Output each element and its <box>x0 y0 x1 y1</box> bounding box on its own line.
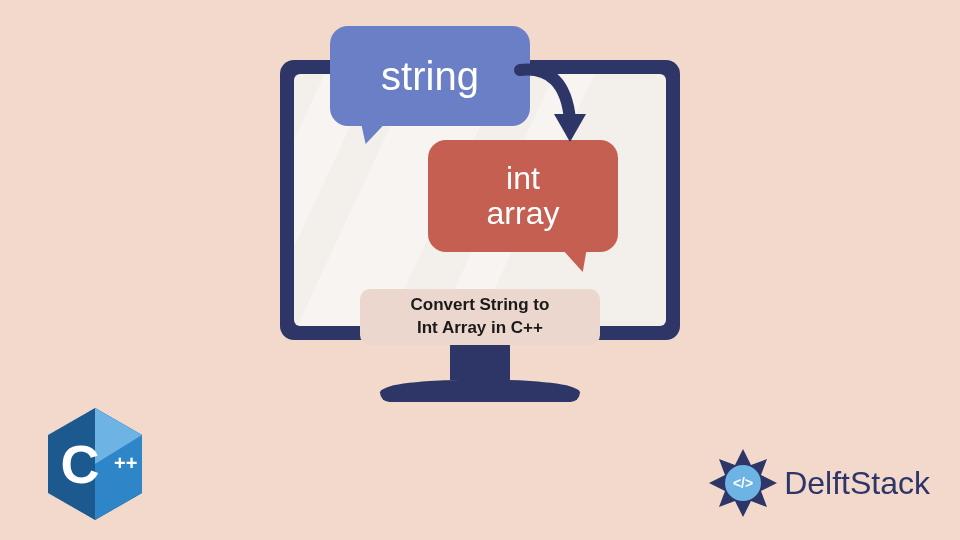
bubble-int-label: intarray <box>487 161 560 231</box>
arrow-icon <box>510 60 610 160</box>
svg-text:</>: </> <box>733 475 753 491</box>
delftstack-logo: </> DelftStack <box>706 446 930 520</box>
monitor-stand-neck <box>450 340 510 380</box>
cpp-logo-plus: ++ <box>114 452 137 474</box>
svg-marker-0 <box>554 114 586 142</box>
cpp-logo-icon: C ++ <box>40 404 150 524</box>
caption-text: Convert String toInt Array in C++ <box>411 294 550 340</box>
caption-box: Convert String toInt Array in C++ <box>360 289 600 345</box>
bubble-string-label: string <box>381 54 479 99</box>
monitor-stand-base <box>380 380 580 402</box>
cpp-logo-c: C <box>61 434 100 494</box>
delftstack-brand-text: DelftStack <box>784 465 930 502</box>
speech-bubble-string: string <box>330 26 530 126</box>
delftstack-emblem-icon: </> <box>706 446 780 520</box>
